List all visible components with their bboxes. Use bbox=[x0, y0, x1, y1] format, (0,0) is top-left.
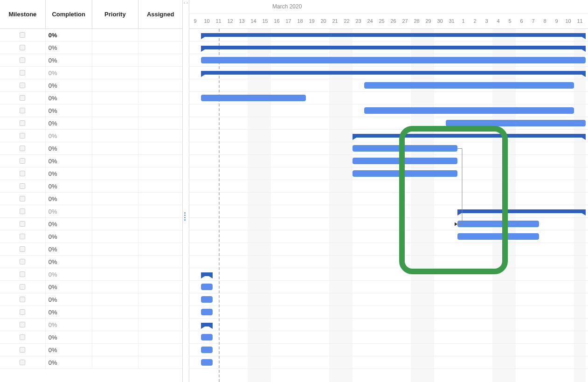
priority-cell[interactable] bbox=[92, 29, 139, 41]
table-row[interactable]: 0% bbox=[0, 142, 182, 155]
assigned-cell[interactable] bbox=[138, 331, 182, 343]
summary-bar[interactable] bbox=[201, 323, 213, 326]
milestone-checkbox[interactable] bbox=[20, 183, 25, 189]
milestone-cell[interactable] bbox=[0, 92, 46, 104]
milestone-checkbox[interactable] bbox=[20, 158, 25, 164]
priority-cell[interactable] bbox=[92, 67, 139, 79]
header-priority[interactable]: Priority bbox=[92, 0, 139, 28]
completion-cell[interactable]: 0% bbox=[46, 331, 92, 343]
assigned-cell[interactable] bbox=[138, 243, 182, 255]
assigned-cell[interactable] bbox=[138, 180, 182, 192]
table-row[interactable]: 0% bbox=[0, 42, 182, 54]
completion-cell[interactable]: 0% bbox=[46, 167, 92, 180]
milestone-checkbox[interactable] bbox=[20, 45, 25, 50]
table-row[interactable]: 0% bbox=[0, 29, 182, 42]
task-bar[interactable] bbox=[201, 296, 213, 303]
summary-bar[interactable] bbox=[201, 272, 213, 276]
completion-cell[interactable]: 0% bbox=[46, 155, 92, 167]
milestone-cell[interactable] bbox=[0, 268, 46, 280]
completion-cell[interactable]: 0% bbox=[46, 29, 92, 41]
priority-cell[interactable] bbox=[92, 142, 139, 154]
gantt-chart[interactable]: March 2020 91011121314151617181920212223… bbox=[189, 0, 588, 382]
splitter-grip-icon[interactable] bbox=[184, 212, 186, 221]
milestone-checkbox[interactable] bbox=[20, 322, 25, 327]
assigned-cell[interactable] bbox=[138, 117, 182, 129]
priority-cell[interactable] bbox=[92, 218, 139, 230]
milestone-cell[interactable] bbox=[0, 230, 46, 243]
table-row[interactable]: 0% bbox=[0, 167, 182, 180]
header-milestone[interactable]: Milestone bbox=[0, 0, 46, 28]
milestone-cell[interactable] bbox=[0, 117, 46, 129]
assigned-cell[interactable] bbox=[138, 356, 182, 368]
completion-cell[interactable]: 0% bbox=[46, 230, 92, 243]
task-bar[interactable] bbox=[201, 347, 213, 353]
priority-cell[interactable] bbox=[92, 180, 139, 192]
milestone-cell[interactable] bbox=[0, 243, 46, 255]
table-row[interactable]: 0% bbox=[0, 193, 182, 205]
priority-cell[interactable] bbox=[92, 331, 139, 343]
table-row[interactable]: 0% bbox=[0, 281, 182, 293]
priority-cell[interactable] bbox=[92, 256, 139, 268]
priority-cell[interactable] bbox=[92, 293, 139, 306]
milestone-cell[interactable] bbox=[0, 67, 46, 79]
milestone-checkbox[interactable] bbox=[20, 108, 25, 113]
milestone-checkbox[interactable] bbox=[20, 196, 25, 201]
priority-cell[interactable] bbox=[92, 42, 139, 54]
milestone-checkbox[interactable] bbox=[20, 221, 25, 227]
milestone-cell[interactable] bbox=[0, 344, 46, 356]
milestone-cell[interactable] bbox=[0, 256, 46, 268]
priority-cell[interactable] bbox=[92, 268, 139, 280]
milestone-checkbox[interactable] bbox=[20, 120, 25, 126]
table-row[interactable]: 0% bbox=[0, 268, 182, 281]
summary-bar[interactable] bbox=[201, 71, 586, 75]
table-row[interactable]: 0% bbox=[0, 79, 182, 92]
table-row[interactable]: 0% bbox=[0, 256, 182, 268]
timeline-body[interactable] bbox=[189, 29, 588, 382]
completion-cell[interactable]: 0% bbox=[46, 67, 92, 79]
milestone-checkbox[interactable] bbox=[20, 146, 25, 151]
milestone-cell[interactable] bbox=[0, 29, 46, 41]
milestone-checkbox[interactable] bbox=[20, 334, 25, 340]
assigned-cell[interactable] bbox=[138, 42, 182, 54]
task-bar[interactable] bbox=[201, 57, 586, 63]
priority-cell[interactable] bbox=[92, 281, 139, 293]
table-row[interactable]: 0% bbox=[0, 356, 182, 369]
completion-cell[interactable]: 0% bbox=[46, 356, 92, 368]
splitter-arrows-icon[interactable]: ‹ › bbox=[183, 0, 189, 6]
table-row[interactable]: 0% bbox=[0, 243, 182, 256]
milestone-cell[interactable] bbox=[0, 42, 46, 54]
assigned-cell[interactable] bbox=[138, 79, 182, 91]
priority-cell[interactable] bbox=[92, 54, 139, 66]
priority-cell[interactable] bbox=[92, 356, 139, 368]
table-row[interactable]: 0% bbox=[0, 319, 182, 331]
assigned-cell[interactable] bbox=[138, 268, 182, 280]
priority-cell[interactable] bbox=[92, 104, 139, 117]
completion-cell[interactable]: 0% bbox=[46, 293, 92, 306]
milestone-checkbox[interactable] bbox=[20, 284, 25, 290]
completion-cell[interactable]: 0% bbox=[46, 306, 92, 318]
table-row[interactable]: 0% bbox=[0, 92, 182, 104]
milestone-cell[interactable] bbox=[0, 205, 46, 217]
table-row[interactable]: 0% bbox=[0, 205, 182, 218]
assigned-cell[interactable] bbox=[138, 142, 182, 154]
assigned-cell[interactable] bbox=[138, 193, 182, 205]
completion-cell[interactable]: 0% bbox=[46, 193, 92, 205]
milestone-checkbox[interactable] bbox=[20, 271, 25, 277]
milestone-cell[interactable] bbox=[0, 155, 46, 167]
milestone-checkbox[interactable] bbox=[20, 70, 25, 76]
header-completion[interactable]: Completion bbox=[46, 0, 92, 28]
completion-cell[interactable]: 0% bbox=[46, 268, 92, 280]
task-bar[interactable] bbox=[457, 233, 539, 240]
priority-cell[interactable] bbox=[92, 117, 139, 129]
assigned-cell[interactable] bbox=[138, 319, 182, 331]
table-row[interactable]: 0% bbox=[0, 155, 182, 167]
priority-cell[interactable] bbox=[92, 205, 139, 217]
completion-cell[interactable]: 0% bbox=[46, 142, 92, 154]
milestone-cell[interactable] bbox=[0, 180, 46, 192]
milestone-checkbox[interactable] bbox=[20, 133, 25, 139]
priority-cell[interactable] bbox=[92, 167, 139, 180]
milestone-cell[interactable] bbox=[0, 193, 46, 205]
summary-bar[interactable] bbox=[201, 46, 586, 49]
task-bar[interactable] bbox=[201, 359, 213, 366]
priority-cell[interactable] bbox=[92, 130, 139, 142]
